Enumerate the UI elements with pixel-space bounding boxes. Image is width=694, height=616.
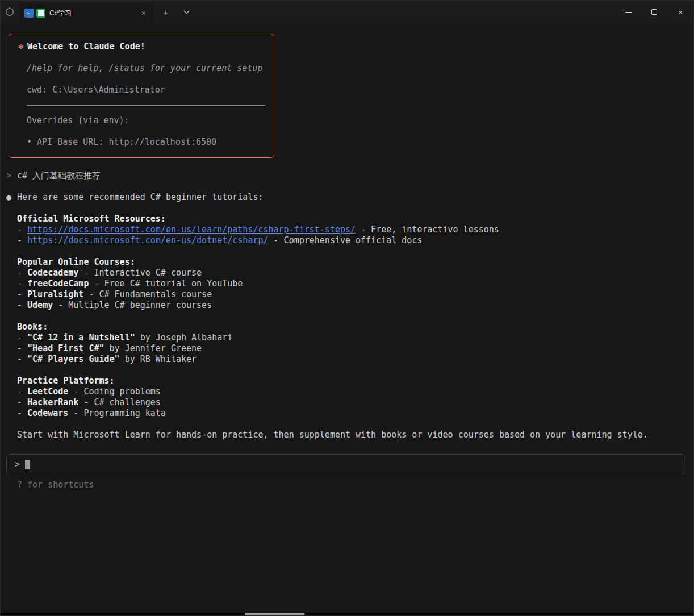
- chevron-down-icon: [183, 10, 190, 14]
- new-tab-button[interactable]: +: [157, 4, 174, 20]
- list-item: - HackerRank - C# challenges: [17, 397, 685, 408]
- welcome-cwd: cwd: C:\Users\Administrator: [27, 85, 265, 95]
- welcome-banner: ✻Welcome to Claude Code! /help for help,…: [9, 34, 274, 158]
- section-header: Books:: [17, 322, 685, 332]
- override-api-base-url: • API Base URL: http://localhost:6500: [27, 137, 265, 148]
- assistant-intro: ●Here are some recommended C# beginner t…: [6, 192, 685, 203]
- section-practice-platforms: Practice Platforms: - LeetCode - Coding …: [6, 376, 685, 419]
- closing-advice: Start with Microsoft Learn for hands-on …: [6, 430, 685, 440]
- section-official-resources: Official Microsoft Resources: - https://…: [6, 214, 685, 246]
- claude-star-icon: ✻: [18, 41, 23, 52]
- section-books: Books: - "C# 12 in a Nutshell" by Joseph…: [6, 322, 685, 365]
- docs-link[interactable]: https://docs.microsoft.com/en-us/dotnet/…: [27, 235, 268, 245]
- shortcuts-hint: ? for shortcuts: [17, 480, 685, 490]
- list-item: - "Head First C#" by Jennifer Greene: [17, 343, 685, 354]
- tab-title: C#学习: [49, 9, 138, 18]
- list-item: - https://docs.microsoft.com/en-us/dotne…: [17, 235, 685, 246]
- list-item: - Udemy - Multiple C# beginner courses: [17, 300, 685, 311]
- text-cursor: [25, 460, 30, 469]
- list-item: - LeetCode - Coding problems: [17, 386, 685, 397]
- welcome-divider: [27, 105, 265, 106]
- maximize-button[interactable]: [641, 1, 667, 23]
- welcome-help-line: /help for help, /status for your current…: [27, 63, 265, 74]
- welcome-title-line: ✻Welcome to Claude Code!: [18, 41, 265, 52]
- titlebar: C#学习 × + ×: [1, 1, 693, 23]
- section-header: Popular Online Courses:: [17, 257, 685, 268]
- assistant-response: ●Here are some recommended C# beginner t…: [6, 192, 685, 440]
- section-header: Official Microsoft Resources:: [17, 214, 685, 224]
- powershell-icon: [24, 9, 34, 18]
- welcome-title: Welcome to Claude Code!: [27, 41, 145, 52]
- tutorial-link[interactable]: https://docs.microsoft.com/en-us/learn/p…: [27, 224, 356, 235]
- maximize-icon: [651, 9, 657, 15]
- minimize-icon: [625, 12, 632, 13]
- input-prompt-symbol: >: [15, 459, 20, 470]
- list-item: - freeCodeCamp - Free C# tutorial on You…: [17, 278, 685, 289]
- tab-app-icon: [36, 9, 45, 18]
- assistant-intro-text: Here are some recommended C# beginner tu…: [17, 192, 263, 202]
- tab-close-button[interactable]: ×: [138, 7, 149, 19]
- tab-dropdown-button[interactable]: [178, 4, 195, 20]
- terminal-window: C#学习 × + × ✻Welcome to Claude Code! /hel…: [0, 0, 694, 616]
- list-item: - https://docs.microsoft.com/en-us/learn…: [17, 224, 685, 235]
- list-item: - "C# Players Guide" by RB Whitaker: [17, 354, 685, 365]
- close-button[interactable]: ×: [667, 1, 693, 23]
- list-item: - "C# 12 in a Nutshell" by Joseph Albaha…: [17, 332, 685, 343]
- list-item: - Pluralsight - C# Fundamentals course: [17, 289, 685, 300]
- terminal-app-icon: [1, 7, 19, 16]
- taskbar-hint: [245, 613, 305, 615]
- terminal-content: ✻Welcome to Claude Code! /help for help,…: [1, 23, 693, 615]
- section-header: Practice Platforms:: [17, 376, 685, 386]
- terminal-tab[interactable]: C#学习 ×: [19, 3, 154, 23]
- user-message-text: c# 入门基础教程推荐: [17, 170, 101, 181]
- section-online-courses: Popular Online Courses: - Codecademy - I…: [6, 257, 685, 311]
- assistant-bullet-icon: ●: [6, 192, 11, 203]
- user-message: >c# 入门基础教程推荐: [6, 170, 685, 181]
- bottom-edge: [1, 613, 693, 615]
- minimize-button[interactable]: [615, 1, 641, 23]
- list-item: - Codewars - Programming kata: [17, 408, 685, 419]
- prompt-input[interactable]: >: [6, 454, 685, 475]
- prompt-symbol: >: [6, 170, 11, 181]
- overrides-label: Overrides (via env):: [27, 115, 265, 126]
- list-item: - Codecademy - Interactive C# course: [17, 268, 685, 278]
